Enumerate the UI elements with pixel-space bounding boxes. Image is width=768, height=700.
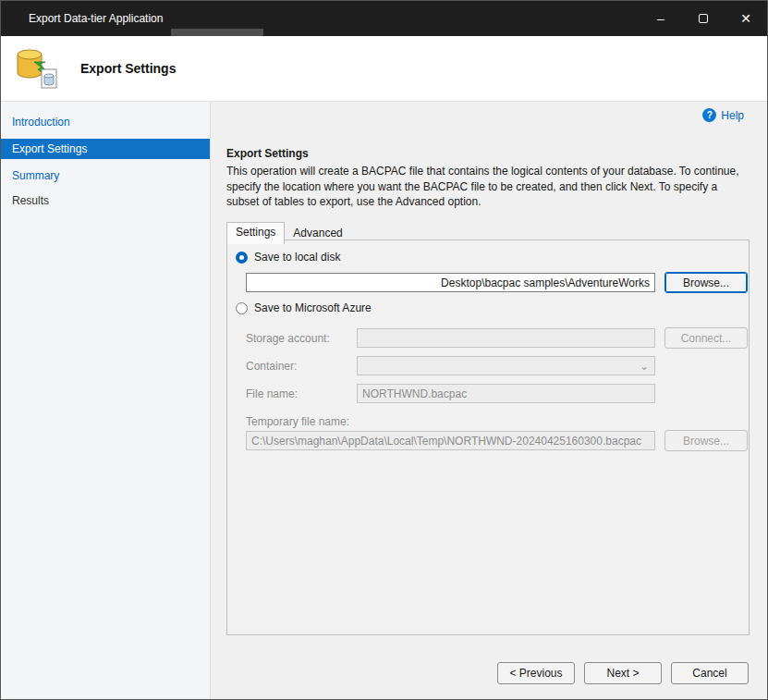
temp-file-name-label: Temporary file name: xyxy=(246,415,349,428)
wizard-footer-buttons: < Previous Next > Cancel xyxy=(497,662,749,684)
radio-unchecked-icon xyxy=(236,302,248,314)
help-icon: ? xyxy=(702,108,716,122)
help-label: Help xyxy=(721,109,744,122)
main-pane: ? Help Export Settings This operation wi… xyxy=(211,102,767,699)
section-description: This operation will create a BACPAC file… xyxy=(226,164,750,210)
sidebar-item-introduction[interactable]: Introduction xyxy=(1,110,210,135)
close-button[interactable]: ✕ xyxy=(725,1,767,36)
temp-file-name-input xyxy=(246,431,655,450)
wizard-steps-sidebar: Introduction Export Settings Summary Res… xyxy=(1,102,211,699)
container-label: Container: xyxy=(246,360,297,373)
titlebar: Export Data-tier Application – ✕ xyxy=(1,1,767,36)
save-azure-label: Save to Microsoft Azure xyxy=(254,301,372,314)
save-azure-radio[interactable]: Save to Microsoft Azure xyxy=(236,301,372,314)
maximize-button[interactable] xyxy=(682,1,725,36)
tab-advanced[interactable]: Advanced xyxy=(285,224,350,243)
titlebar-tab-artifact xyxy=(171,29,263,36)
maximize-icon xyxy=(699,14,708,23)
previous-button[interactable]: < Previous xyxy=(497,662,575,684)
page-title: Export Settings xyxy=(80,61,176,76)
cancel-button[interactable]: Cancel xyxy=(671,662,749,684)
chevron-down-icon: ⌄ xyxy=(640,360,649,373)
storage-account-label: Storage account: xyxy=(246,332,330,345)
wizard-header: Export Settings xyxy=(1,36,767,102)
file-name-input xyxy=(357,384,655,403)
browse-local-button[interactable]: Browse... xyxy=(664,272,748,293)
radio-checked-icon xyxy=(236,252,248,264)
settings-tab-panel: Save to local disk Browse... Save to Mic… xyxy=(226,239,750,635)
minimize-button[interactable]: – xyxy=(640,1,682,36)
next-button[interactable]: Next > xyxy=(584,662,662,684)
save-local-disk-label: Save to local disk xyxy=(254,251,340,264)
save-local-disk-radio[interactable]: Save to local disk xyxy=(236,251,340,264)
export-database-icon xyxy=(14,47,58,90)
storage-account-input xyxy=(357,328,655,348)
local-path-input[interactable] xyxy=(246,273,655,292)
sidebar-item-summary[interactable]: Summary xyxy=(1,164,210,189)
close-icon: ✕ xyxy=(740,11,751,26)
tab-settings[interactable]: Settings xyxy=(226,222,285,244)
settings-tabstrip: Settings Advanced xyxy=(226,222,351,243)
file-name-label: File name: xyxy=(246,387,298,400)
export-data-tier-application-window: Export Data-tier Application – ✕ Export … xyxy=(0,0,768,700)
window-controls: – ✕ xyxy=(640,1,767,36)
help-link[interactable]: ? Help xyxy=(702,108,744,122)
container-select: ⌄ xyxy=(357,356,655,375)
connect-button: Connect... xyxy=(664,327,748,349)
window-title: Export Data-tier Application xyxy=(29,12,163,25)
browse-temp-button: Browse... xyxy=(664,430,748,451)
sidebar-item-results[interactable]: Results xyxy=(1,189,210,214)
wizard-body: Introduction Export Settings Summary Res… xyxy=(1,102,767,699)
sidebar-item-export-settings[interactable]: Export Settings xyxy=(1,139,210,159)
minimize-icon: – xyxy=(657,11,664,26)
section-title: Export Settings xyxy=(226,147,309,160)
